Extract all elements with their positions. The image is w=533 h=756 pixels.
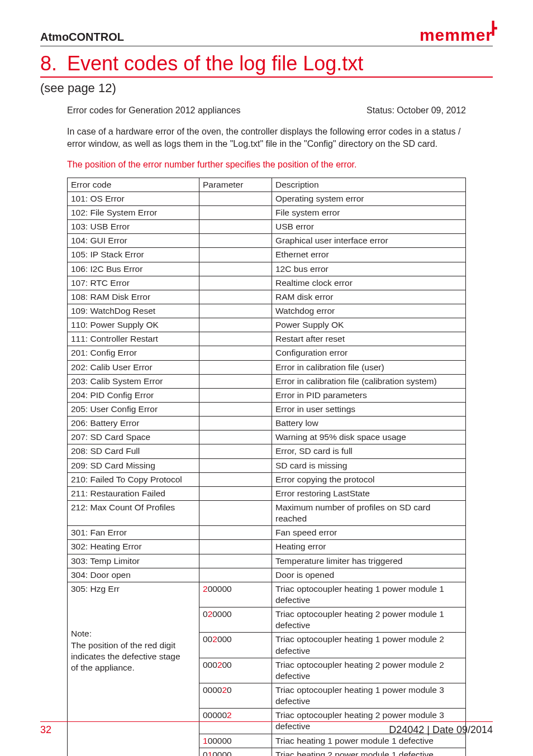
table-row: 211: Restauration FailedError restoring … bbox=[68, 486, 466, 500]
cell-parameter bbox=[199, 276, 272, 290]
cell-error-code: 111: Controller Restart bbox=[68, 332, 199, 346]
cell-parameter bbox=[199, 417, 272, 430]
th-error-code: Error code bbox=[68, 178, 199, 192]
cell-parameter bbox=[199, 486, 272, 500]
table-row: 105: IP Stack ErrorEthernet error bbox=[68, 248, 466, 262]
footer-right: D24042 | Date 09/2014 bbox=[389, 724, 493, 736]
cell-parameter bbox=[199, 332, 272, 346]
cell-parameter: 000200 bbox=[199, 658, 272, 683]
cell-error-code: 208: SD Card Full bbox=[68, 444, 199, 458]
cell-parameter bbox=[199, 526, 272, 540]
cell-parameter bbox=[199, 388, 272, 402]
cell-error-code: 205: User Config Error bbox=[68, 403, 199, 417]
cell-error-code: 212: Max Count Of Profiles bbox=[68, 501, 199, 526]
cell-description: Realtime clock error bbox=[272, 276, 466, 290]
cell-description: Graphical user interface error bbox=[272, 234, 466, 248]
table-header-row: Error codeParameterDescription bbox=[68, 178, 466, 192]
th-description: Description bbox=[272, 178, 466, 192]
cell-description: Triac optocoupler heating 2 power module… bbox=[272, 607, 466, 633]
table-row: 104: GUI ErrorGraphical user interface e… bbox=[68, 234, 466, 248]
cell-parameter bbox=[199, 192, 272, 205]
cell-description: Maximum number of profiles on SD card re… bbox=[272, 501, 466, 526]
table-row: 101: OS ErrorOperating system error bbox=[68, 192, 466, 205]
cell-description: Watchdog error bbox=[272, 304, 466, 318]
cell-parameter bbox=[199, 430, 272, 444]
cell-parameter: 020000 bbox=[199, 607, 272, 633]
brand-text: memmer bbox=[420, 26, 493, 44]
cell-description: File system error bbox=[272, 206, 466, 220]
cell-parameter bbox=[199, 360, 272, 374]
cell-parameter: 002000 bbox=[199, 633, 272, 658]
cell-description: Error restoring LastState bbox=[272, 486, 466, 500]
cell-description: Battery low bbox=[272, 417, 466, 430]
cell-description: Door is opened bbox=[272, 568, 466, 582]
table-row: 206: Battery ErrorBattery low bbox=[68, 417, 466, 430]
cell-error-code: 104: GUI Error bbox=[68, 234, 199, 248]
cell-description: Error, SD card is full bbox=[272, 444, 466, 458]
meta-right: Status: October 09, 2012 bbox=[367, 106, 466, 116]
cell-error-code: 204: PID Config Error bbox=[68, 388, 199, 402]
intro-paragraph: In case of a hardware error of the oven,… bbox=[67, 126, 466, 151]
cell-error-code: 203: Calib System Error bbox=[68, 374, 199, 388]
cell-description: 12C bus error bbox=[272, 262, 466, 276]
cell-error-code: 304: Door open bbox=[68, 568, 199, 582]
cell-description: Power Supply OK bbox=[272, 318, 466, 332]
cell-error-code: 106: I2C Bus Error bbox=[68, 262, 199, 276]
cell-parameter bbox=[199, 403, 272, 417]
table-row: 302: Heating ErrorHeating error bbox=[68, 540, 466, 554]
cell-parameter bbox=[199, 290, 272, 304]
cell-parameter bbox=[199, 554, 272, 568]
brand-logo: memmer┣ bbox=[420, 27, 493, 44]
subheading: (see page 12) bbox=[40, 81, 493, 95]
doc-title: AtmoCONTROL bbox=[40, 31, 124, 44]
meta-row: Error codes for Generation 2012 applianc… bbox=[67, 106, 466, 116]
cell-error-code: 206: Battery Error bbox=[68, 417, 199, 430]
cell-parameter: 200000 bbox=[199, 582, 272, 607]
cell-description: Triac optocoupler heating 1 power module… bbox=[272, 633, 466, 658]
cell-description: Triac optocoupler heating 2 power module… bbox=[272, 658, 466, 683]
cell-error-code: 107: RTC Error bbox=[68, 276, 199, 290]
cell-description: RAM disk error bbox=[272, 290, 466, 304]
cell-error-code: 110: Power Supply OK bbox=[68, 318, 199, 332]
cell-description: Error in calibration file (calibration s… bbox=[272, 374, 466, 388]
table-row: 110: Power Supply OKPower Supply OK bbox=[68, 318, 466, 332]
cell-description: Triac heating 2 power module 1 defective bbox=[272, 748, 466, 756]
cell-error-code: 105: IP Stack Error bbox=[68, 248, 199, 262]
table-row: 301: Fan ErrorFan speed error bbox=[68, 526, 466, 540]
cell-description: Warning at 95% disk space usage bbox=[272, 430, 466, 444]
cell-error-code: 108: RAM Disk Error bbox=[68, 290, 199, 304]
meta-left: Error codes for Generation 2012 applianc… bbox=[67, 106, 240, 116]
cell-error-code: 109: WatchDog Reset bbox=[68, 304, 199, 318]
table-row: 111: Controller RestartRestart after res… bbox=[68, 332, 466, 346]
table-row: 212: Max Count Of ProfilesMaximum number… bbox=[68, 501, 466, 526]
cell-error-code: 303: Temp Limitor bbox=[68, 554, 199, 568]
cell-description: Ethernet error bbox=[272, 248, 466, 262]
table-row: 106: I2C Bus Error12C bus error bbox=[68, 262, 466, 276]
cell-parameter: 000020 bbox=[199, 683, 272, 708]
table-row: 103: USB ErrorUSB error bbox=[68, 220, 466, 234]
table-row: 203: Calib System ErrorError in calibrat… bbox=[68, 374, 466, 388]
heading-number: 8. bbox=[40, 52, 57, 75]
cell-parameter bbox=[199, 304, 272, 318]
cell-parameter bbox=[199, 318, 272, 332]
cell-description: Error in PID parameters bbox=[272, 388, 466, 402]
table-row: 205: User Config ErrorError in user sett… bbox=[68, 403, 466, 417]
page-header: AtmoCONTROL memmer┣ bbox=[40, 27, 493, 46]
brand-tick-icon: ┣ bbox=[489, 22, 497, 35]
table-row: 305: Hzg ErrNote:The position of the red… bbox=[68, 582, 466, 607]
table-row: 207: SD Card SpaceWarning at 95% disk sp… bbox=[68, 430, 466, 444]
cell-parameter bbox=[199, 234, 272, 248]
cell-error-code: 103: USB Error bbox=[68, 220, 199, 234]
table-row: 210: Failed To Copy ProtocolError copyin… bbox=[68, 472, 466, 486]
cell-description: Error in user settings bbox=[272, 403, 466, 417]
cell-error-code: 102: File System Error bbox=[68, 206, 199, 220]
th-parameter: Parameter bbox=[199, 178, 272, 192]
cell-description: Triac optocoupler heating 1 power module… bbox=[272, 683, 466, 708]
red-note: The position of the error number further… bbox=[67, 160, 466, 170]
cell-parameter bbox=[199, 262, 272, 276]
table-row: 303: Temp LimitorTemperature limiter has… bbox=[68, 554, 466, 568]
cell-parameter bbox=[199, 501, 272, 526]
table-row: 208: SD Card FullError, SD card is full bbox=[68, 444, 466, 458]
cell-description: Error copying the protocol bbox=[272, 472, 466, 486]
cell-error-code: 302: Heating Error bbox=[68, 540, 199, 554]
